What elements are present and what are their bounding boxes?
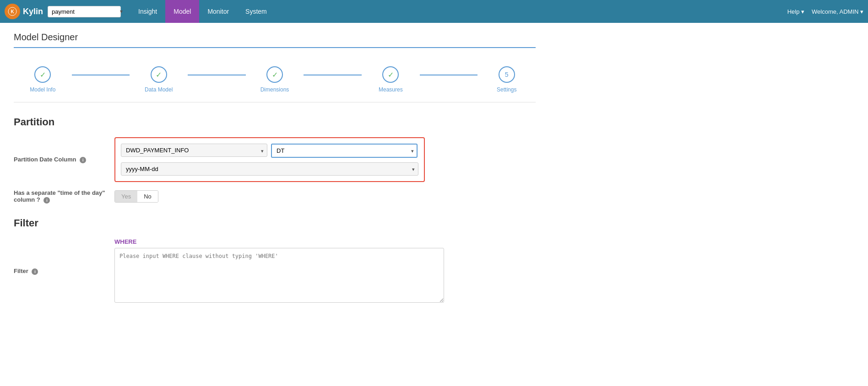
nav-model[interactable]: Model <box>165 0 199 23</box>
logo-icon: K <box>5 4 20 19</box>
step-line-1 <box>72 75 130 75</box>
nav-system[interactable]: System <box>237 0 275 23</box>
step-number-5: 5 <box>505 71 509 78</box>
time-column-toggle: Yes No <box>114 190 158 203</box>
check-icon-1: ✓ <box>40 70 46 79</box>
filter-title: Filter <box>14 217 536 229</box>
svg-text:K: K <box>11 9 14 14</box>
filter-textarea[interactable] <box>114 248 444 303</box>
col-select-wrapper[interactable]: DT <box>271 144 418 158</box>
step-label-1: Model Info <box>30 86 55 93</box>
step-line-4 <box>420 75 478 75</box>
toggle-yes-button[interactable]: Yes <box>115 191 137 202</box>
step-line-3 <box>304 75 362 75</box>
column-select[interactable]: DT <box>271 144 418 158</box>
partition-title: Partition <box>14 116 536 128</box>
project-select-wrapper[interactable]: payment learn_kylin demo <box>48 6 125 17</box>
time-column-row: Has a separate "time of the day" column … <box>14 189 536 204</box>
step-settings: 5 Settings <box>477 66 536 93</box>
filter-label: Filter i <box>14 268 114 275</box>
check-icon-3: ✓ <box>272 70 278 79</box>
step-circle-5: 5 <box>499 66 515 83</box>
check-icon-2: ✓ <box>156 70 162 79</box>
date-format-select[interactable]: yyyy-MM-dd yyyyMMdd yyyy-MM-dd HH:mm:ss <box>121 162 418 176</box>
project-select[interactable]: payment learn_kylin demo <box>48 6 121 17</box>
partition-highlight-box: DWD_PAYMENT_INFO DT yyyy-MM-dd yyyyMMdd <box>114 137 425 182</box>
toggle-no-button[interactable]: No <box>137 191 158 202</box>
step-label-5: Settings <box>497 86 516 93</box>
filter-section: Filter Filter i WHERE <box>14 217 536 304</box>
partition-section: Partition Partition Date Column i DWD_PA… <box>14 116 536 204</box>
filter-row: Filter i WHERE <box>14 238 536 304</box>
table-select-wrapper[interactable]: DWD_PAYMENT_INFO <box>121 144 267 158</box>
stepper: ✓ Model Info ✓ Data Model ✓ Dimensions ✓… <box>14 57 536 102</box>
time-column-info-icon[interactable]: i <box>43 197 50 204</box>
nav-items: Insight Model Monitor System <box>130 0 787 23</box>
welcome-label[interactable]: Welcome, ADMIN ▾ <box>812 8 863 15</box>
step-measures: ✓ Measures <box>362 66 420 93</box>
step-line-2 <box>188 75 246 75</box>
main-content: Model Designer ✓ Model Info ✓ Data Model… <box>0 23 549 321</box>
partition-date-row: Partition Date Column i DWD_PAYMENT_INFO… <box>14 137 536 182</box>
date-format-wrapper[interactable]: yyyy-MM-dd yyyyMMdd yyyy-MM-dd HH:mm:ss <box>121 162 418 176</box>
filter-input-area: WHERE <box>114 238 444 304</box>
partition-row2: yyyy-MM-dd yyyyMMdd yyyy-MM-dd HH:mm:ss <box>121 162 418 176</box>
step-label-2: Data Model <box>145 86 173 93</box>
step-data-model: ✓ Data Model <box>130 66 188 93</box>
partition-row1: DWD_PAYMENT_INFO DT <box>121 144 418 158</box>
nav-right: Help ▾ Welcome, ADMIN ▾ <box>787 8 863 15</box>
help-button[interactable]: Help ▾ <box>787 8 804 15</box>
nav-monitor[interactable]: Monitor <box>199 0 237 23</box>
step-model-info: ✓ Model Info <box>14 66 72 93</box>
step-label-4: Measures <box>379 86 403 93</box>
page-title: Model Designer <box>14 32 536 48</box>
step-dimensions: ✓ Dimensions <box>246 66 304 93</box>
step-circle-3: ✓ <box>266 66 283 83</box>
step-label-3: Dimensions <box>260 86 289 93</box>
check-icon-4: ✓ <box>388 70 394 79</box>
filter-info-icon[interactable]: i <box>32 268 38 275</box>
step-circle-1: ✓ <box>34 66 51 83</box>
step-circle-4: ✓ <box>382 66 399 83</box>
where-label: WHERE <box>114 238 444 245</box>
navbar: K Kylin payment learn_kylin demo Insight… <box>0 0 868 23</box>
step-circle-2: ✓ <box>151 66 167 83</box>
time-column-label: Has a separate "time of the day" column … <box>14 189 114 204</box>
table-select[interactable]: DWD_PAYMENT_INFO <box>121 144 267 157</box>
brand: K Kylin <box>5 4 43 19</box>
partition-date-info-icon[interactable]: i <box>80 157 86 163</box>
partition-date-label: Partition Date Column i <box>14 156 114 163</box>
nav-insight[interactable]: Insight <box>130 0 165 23</box>
